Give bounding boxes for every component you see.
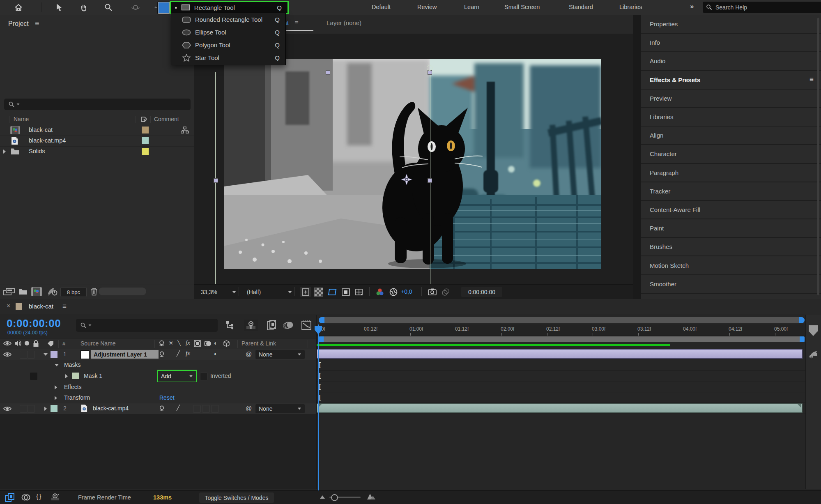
pickwhip-icon[interactable]: @: [246, 405, 252, 412]
panel-tab-paint[interactable]: Paint: [641, 219, 821, 238]
project-item-black-cat-mp4[interactable]: black-cat.mp4: [0, 136, 194, 147]
orbit-camera-tool[interactable]: [130, 2, 141, 12]
dependencies-flowchart-icon[interactable]: [181, 127, 189, 134]
property-group-row-transform[interactable]: Transform Reset: [0, 393, 316, 404]
panel-tab-align[interactable]: Align: [641, 127, 821, 145]
fx-icon[interactable]: fx: [186, 350, 190, 357]
mask-handle-mid-left[interactable]: [214, 178, 218, 183]
work-area-end-handle[interactable]: [800, 336, 805, 342]
transform-reset-link[interactable]: Reset: [159, 394, 175, 401]
group-expander-icon[interactable]: [55, 385, 57, 389]
frame-blending-icon[interactable]: [265, 320, 278, 331]
panel-tab-audio[interactable]: Audio: [641, 52, 821, 71]
property-group-row-effects[interactable]: Effects: [0, 382, 316, 393]
transparency-grid-icon[interactable]: [314, 288, 323, 297]
zoom-tool[interactable]: [103, 2, 114, 12]
graph-editor-icon[interactable]: [300, 320, 313, 331]
label-color-swatch[interactable]: [142, 127, 149, 133]
composition-tab-menu-icon[interactable]: ≡: [294, 19, 298, 26]
zoom-in-mountain-icon[interactable]: [367, 493, 376, 500]
region-of-interest-icon[interactable]: [340, 287, 351, 297]
shape-tool-active-swatch[interactable]: [158, 2, 170, 14]
panel-tab-info[interactable]: Info: [641, 34, 821, 52]
motion-blur-icon[interactable]: [283, 320, 295, 331]
label-color-column-icon[interactable]: [140, 116, 147, 123]
zoom-out-mountain-icon[interactable]: [320, 495, 325, 499]
label-color-swatch[interactable]: [142, 148, 149, 155]
folder-expander-icon[interactable]: [3, 150, 6, 154]
take-snapshot-icon[interactable]: [426, 287, 438, 297]
dropdown-item-rectangle-tool[interactable]: ■ Rectangle Tool Q: [170, 1, 289, 14]
mask-handle-top-right[interactable]: [428, 70, 432, 75]
eye-icon[interactable]: [3, 351, 11, 358]
mask-handle-mid-right[interactable]: [428, 178, 432, 183]
selection-tool[interactable]: [53, 2, 64, 12]
project-footer-scrollbar[interactable]: [99, 288, 146, 295]
viewer-resolution-dropdown[interactable]: (Half): [244, 287, 295, 297]
panel-tab-motion-sketch[interactable]: Motion Sketch: [641, 256, 821, 275]
workspace-tab-standard[interactable]: Standard: [569, 4, 593, 10]
parent-link-column[interactable]: Parent & Link: [241, 340, 276, 347]
timeline-tab-label[interactable]: black-cat: [29, 303, 53, 310]
dropdown-item-polygon-tool[interactable]: Polygon Tool Q: [171, 39, 285, 51]
panel-tab-preview[interactable]: Preview: [641, 90, 821, 108]
layer-expander-icon[interactable]: [44, 407, 47, 411]
search-options-chevron-icon[interactable]: [89, 324, 92, 326]
project-panel-menu-icon[interactable]: ≡: [35, 19, 39, 28]
work-area-bar[interactable]: [319, 336, 805, 342]
composition-flowchart-icon[interactable]: [224, 320, 236, 331]
layer-viewer-tab[interactable]: Layer (none): [327, 19, 361, 26]
adjustment-layer-bar[interactable]: [317, 349, 803, 359]
viewer-zoom-dropdown[interactable]: 33,3%: [198, 287, 239, 297]
timeline-search-input[interactable]: [76, 319, 218, 332]
show-snapshot-icon[interactable]: [440, 287, 451, 297]
project-item-solids[interactable]: Solids: [0, 146, 194, 157]
layer-color-swatch[interactable]: [51, 405, 57, 412]
mask-outline[interactable]: [215, 72, 430, 284]
hand-tool[interactable]: [78, 2, 90, 12]
eye-icon[interactable]: [3, 405, 11, 412]
column-name[interactable]: Name: [14, 116, 29, 122]
property-group-row-masks[interactable]: Masks: [0, 360, 316, 371]
workspace-tab-default[interactable]: Default: [372, 4, 391, 10]
interpret-footage-icon[interactable]: [3, 288, 15, 296]
column-comment[interactable]: Comment: [154, 116, 179, 122]
panel-tab-paragraph[interactable]: Paragraph: [641, 164, 821, 182]
inverted-checkbox[interactable]: [200, 373, 208, 380]
new-folder-icon[interactable]: [18, 288, 28, 295]
show-channel-icon[interactable]: [374, 287, 386, 297]
viewer-timecode-box[interactable]: 0:00:00:00: [461, 287, 502, 297]
toggle-switches-modes-button[interactable]: Toggle Switches / Modes: [199, 492, 274, 503]
workspace-tab-learn[interactable]: Learn: [464, 4, 479, 10]
mask-visibility-icon[interactable]: [327, 287, 338, 297]
right-dock-scrollbar[interactable]: [817, 18, 819, 295]
group-expander-icon[interactable]: [55, 364, 59, 366]
home-button[interactable]: [12, 2, 25, 12]
search-options-chevron-icon[interactable]: [17, 104, 20, 105]
panel-tab-content-aware-fill[interactable]: Content-Aware Fill: [641, 201, 821, 219]
shy-toggle-icon[interactable]: [50, 493, 60, 501]
panel-tab-brushes[interactable]: Brushes: [641, 238, 821, 256]
adjustment-icon[interactable]: ◐: [214, 350, 217, 357]
layer-row-footage[interactable]: 2 black-cat.mp4 ╲ @ None: [0, 403, 316, 414]
label-color-swatch[interactable]: [142, 137, 149, 144]
parent-dropdown[interactable]: None: [255, 350, 305, 359]
layer-name[interactable]: black-cat.mp4: [93, 405, 129, 412]
project-item-black-cat[interactable]: black-cat: [0, 125, 194, 136]
mask-rotate-handle[interactable]: [427, 65, 432, 71]
fast-previews-icon[interactable]: [300, 287, 311, 297]
current-time-display[interactable]: 0:00:00:00: [7, 317, 61, 330]
workspace-tab-libraries[interactable]: Libraries: [619, 4, 642, 10]
trash-icon[interactable]: [90, 287, 98, 296]
inverted-label[interactable]: Inverted: [210, 373, 231, 379]
panel-tab-effects-presets[interactable]: Effects & Presets ≡: [641, 71, 821, 90]
time-ruler[interactable]: 00f 00:12f 01:00f 01:12f 02:00f 02:12f 0…: [317, 324, 805, 336]
dropdown-item-ellipse-tool[interactable]: Ellipse Tool Q: [171, 26, 285, 39]
zoom-slider-knob[interactable]: [331, 494, 338, 501]
panel-tab-tracker[interactable]: Tracker: [641, 182, 821, 201]
timeline-tab-close-icon[interactable]: ×: [7, 302, 10, 310]
panel-menu-icon[interactable]: ≡: [810, 76, 814, 84]
new-composition-icon[interactable]: [31, 287, 42, 296]
nav-handle-left[interactable]: [319, 317, 324, 323]
layer-name-selected[interactable]: Adjustment Layer 1: [91, 350, 159, 359]
